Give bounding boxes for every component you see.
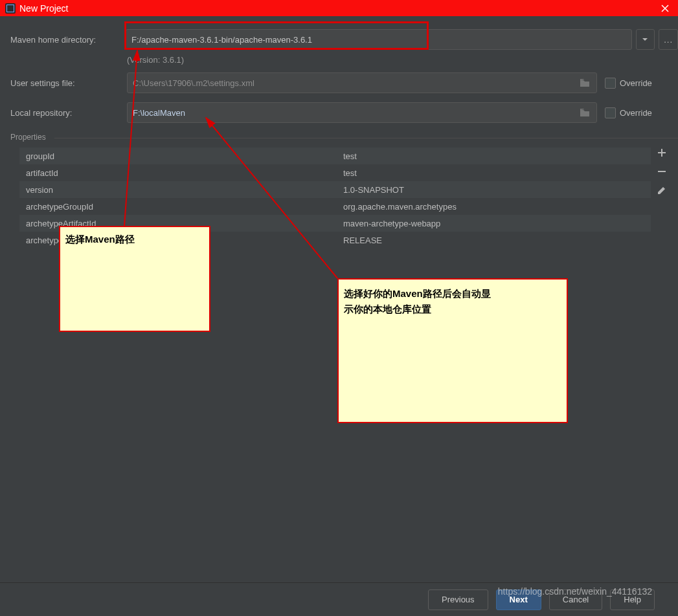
user-settings-override-checkbox[interactable]: [605, 78, 616, 89]
maven-version-note: (Version: 3.6.1): [127, 55, 184, 65]
table-row[interactable]: groupId test: [19, 148, 651, 164]
window-title: New Project: [19, 3, 68, 14]
previous-button[interactable]: Previous: [428, 589, 488, 610]
prop-key: artifactId: [19, 168, 341, 178]
local-repo-override-checkbox[interactable]: [605, 107, 616, 118]
table-row[interactable]: artifactId test: [19, 164, 651, 181]
maven-home-browse[interactable]: ...: [659, 29, 678, 50]
prop-key: archetypeGroupId: [19, 202, 341, 212]
properties-header: Properties: [10, 133, 46, 142]
user-settings-label: User settings file:: [10, 78, 127, 88]
form-area: Maven home directory: F:/apache-maven-3.…: [0, 16, 678, 123]
table-row[interactable]: archetypeGroupId org.apache.maven.archet…: [19, 198, 651, 215]
next-button[interactable]: Next: [496, 589, 541, 610]
prop-val: test: [341, 168, 651, 178]
prop-key: version: [19, 185, 341, 195]
annotation-1: 选择Maven路径: [59, 226, 210, 332]
user-settings-override-label: Override: [620, 78, 652, 88]
prop-key: groupId: [19, 151, 341, 161]
chevron-down-icon: [642, 36, 648, 43]
local-repo-label: Local repository:: [10, 108, 127, 118]
user-settings-field[interactable]: C:\Users\17906\.m2\settings.xml: [127, 72, 597, 93]
maven-home-combobox[interactable]: F:/apache-maven-3.6.1-bin/apache-maven-3…: [126, 29, 632, 50]
folder-icon[interactable]: [578, 106, 591, 119]
remove-button[interactable]: [657, 166, 667, 179]
app-icon: [5, 3, 16, 14]
maven-home-dropdown[interactable]: [636, 29, 655, 50]
prop-val: RELEASE: [341, 236, 651, 245]
prop-val: test: [341, 151, 651, 161]
user-settings-value: C:\Users\17906\.m2\settings.xml: [133, 78, 254, 88]
cancel-button[interactable]: Cancel: [549, 589, 602, 610]
add-button[interactable]: [657, 148, 667, 160]
prop-val: 1.0-SNAPSHOT: [341, 185, 651, 195]
local-repo-field[interactable]: F:\localMaven: [127, 102, 597, 123]
properties-divider: [54, 138, 678, 138]
local-repo-value: F:\localMaven: [133, 108, 185, 118]
titlebar: New Project: [0, 0, 678, 16]
local-repo-override-label: Override: [620, 108, 652, 118]
help-button[interactable]: Help: [610, 589, 655, 610]
maven-home-label: Maven home directory:: [10, 35, 126, 45]
prop-val: maven-archetype-webapp: [341, 219, 651, 228]
footer: Previous Next Cancel Help: [0, 582, 678, 616]
maven-home-value: F:/apache-maven-3.6.1-bin/apache-maven-3…: [131, 35, 312, 45]
edit-button[interactable]: [657, 185, 667, 197]
folder-icon[interactable]: [578, 76, 591, 89]
prop-val: org.apache.maven.archetypes: [341, 202, 651, 212]
close-icon: [661, 5, 669, 12]
table-toolbar: [652, 148, 672, 197]
close-button[interactable]: [652, 0, 678, 16]
annotation-2: 选择好你的Maven路径后会自动显 示你的本地仓库位置: [337, 278, 568, 423]
table-row[interactable]: version 1.0-SNAPSHOT: [19, 181, 651, 198]
